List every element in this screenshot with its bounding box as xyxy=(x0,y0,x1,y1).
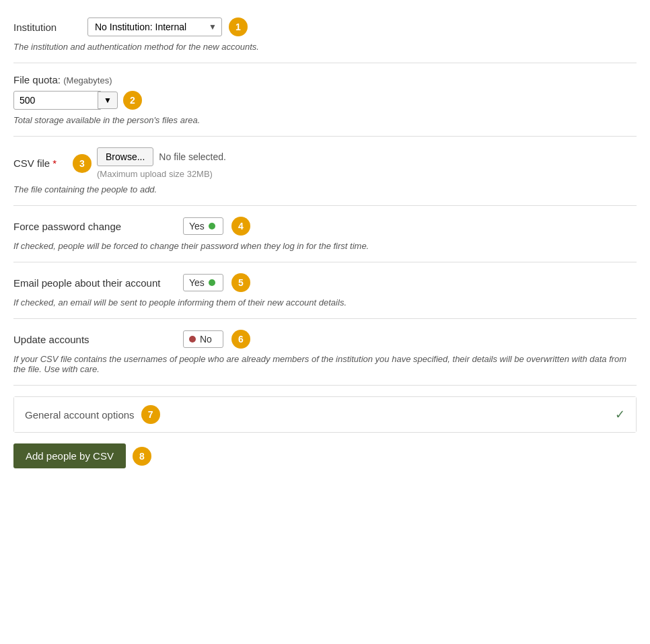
email-people-toggle-label: Yes xyxy=(189,277,205,288)
general-account-options-label: General account options xyxy=(25,409,135,421)
badge-6: 6 xyxy=(231,330,250,349)
force-password-toggle[interactable]: Yes xyxy=(183,217,223,235)
update-accounts-toggle-label: No xyxy=(200,334,212,345)
institution-label: Institution xyxy=(13,22,81,33)
update-accounts-toggle[interactable]: No xyxy=(183,330,223,348)
general-account-options-title: General account options 7 xyxy=(25,405,160,424)
file-quota-label: File quota: (Megabytes) xyxy=(13,74,637,85)
email-people-dot xyxy=(209,279,215,286)
force-password-toggle-label: Yes xyxy=(189,221,205,231)
force-password-label: Force password change xyxy=(13,221,175,232)
add-people-button-label: Add people by CSV xyxy=(26,450,114,462)
force-password-dot xyxy=(209,223,215,229)
file-quota-description: Total storage available in the person's … xyxy=(13,115,637,125)
badge-8: 8 xyxy=(133,447,151,466)
general-account-options-header[interactable]: General account options 7 ✓ xyxy=(14,397,636,432)
csv-file-description: The file containing the people to add. xyxy=(13,184,637,194)
add-people-button[interactable]: Add people by CSV xyxy=(13,443,126,468)
force-password-description: If checked, people will be forced to cha… xyxy=(13,241,637,251)
institution-select[interactable]: No Institution: Internal xyxy=(87,17,222,36)
badge-3: 3 xyxy=(73,154,92,173)
file-quota-dropdown-btn[interactable]: ▼ xyxy=(98,92,118,109)
badge-5: 5 xyxy=(231,273,250,292)
general-account-options-box[interactable]: General account options 7 ✓ xyxy=(13,396,637,433)
csv-no-file-label: No file selected. xyxy=(159,151,226,162)
update-accounts-description: If your CSV file contains the usernames … xyxy=(13,354,637,374)
email-people-description: If checked, an email will be sent to peo… xyxy=(13,297,637,308)
badge-1: 1 xyxy=(229,17,248,36)
general-account-options-chevron: ✓ xyxy=(615,407,625,422)
csv-max-upload: (Maximum upload size 32MB) xyxy=(97,169,226,179)
email-people-toggle[interactable]: Yes xyxy=(183,274,223,291)
email-people-label: Email people about their account xyxy=(13,277,175,289)
badge-7: 7 xyxy=(141,405,160,424)
badge-4: 4 xyxy=(231,217,250,236)
update-accounts-label: Update accounts xyxy=(13,334,175,345)
csv-file-area: Browse... No file selected. (Maximum upl… xyxy=(97,147,226,179)
csv-browse-button[interactable]: Browse... xyxy=(97,147,153,166)
file-quota-input[interactable]: 500 xyxy=(13,91,101,110)
csv-file-label: CSV file * xyxy=(13,157,67,169)
institution-description: The institution and authentication metho… xyxy=(13,42,637,52)
institution-select-wrapper[interactable]: No Institution: Internal ▼ xyxy=(87,17,222,36)
badge-2: 2 xyxy=(123,91,142,110)
update-accounts-dot xyxy=(189,336,196,343)
